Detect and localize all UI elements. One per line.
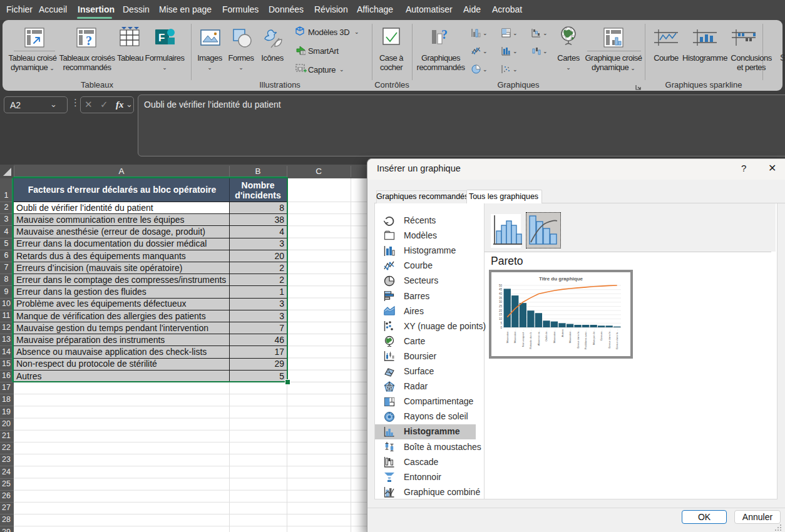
svg-text:25: 25 — [499, 305, 503, 308]
svg-text:Oubli de...: Oubli de... — [545, 329, 548, 342]
svg-text:F: F — [158, 32, 165, 44]
svg-text:Titre du graphique: Titre du graphique — [539, 276, 583, 282]
svg-text:15: 15 — [499, 313, 503, 316]
svg-text:35: 35 — [499, 297, 503, 300]
svg-text:Mauvaise...: Mauvaise... — [506, 329, 509, 343]
svg-text:?: ? — [441, 28, 448, 41]
svg-text:Erreurs...: Erreurs... — [600, 329, 603, 340]
svg-text:Autres: Autres — [561, 329, 564, 337]
svg-text:Mauvaise...: Mauvaise... — [553, 329, 556, 343]
svg-text:Mauvaise...: Mauvaise... — [568, 329, 572, 343]
svg-text:Erreur dans la...: Erreur dans la... — [577, 329, 580, 349]
svg-text:30: 30 — [499, 300, 503, 304]
svg-text:Erreur dans la ...: Erreur dans la ... — [615, 329, 618, 349]
svg-text:20: 20 — [499, 309, 503, 312]
svg-text:?: ? — [86, 34, 92, 48]
svg-text:50: 50 — [499, 284, 503, 287]
svg-text:Absence ou...: Absence ou... — [537, 329, 540, 345]
svg-text:Manque de...: Manque de... — [592, 329, 595, 345]
svg-text:10: 10 — [499, 317, 503, 320]
svg-text:Problème avec...: Problème avec... — [584, 329, 587, 349]
svg-text:Retards dus à ...: Retards dus à ... — [529, 329, 532, 349]
svg-text:Non-respect ...: Non-respect ... — [521, 329, 525, 347]
svg-text:Erreur dans le...: Erreur dans le... — [608, 329, 611, 349]
svg-text:40: 40 — [499, 292, 503, 295]
svg-text:45: 45 — [499, 288, 503, 291]
svg-text:Mauvaise...: Mauvaise... — [513, 329, 516, 343]
